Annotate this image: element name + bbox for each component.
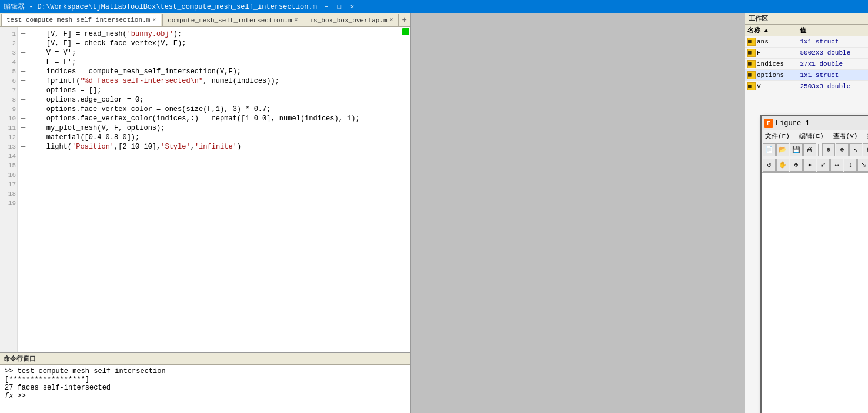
fig-tb-pan[interactable]: ✋ [776,159,789,172]
title-bar: 编辑器 - D:\Workspace\tjMatlabToolBox\test_… [0,0,868,13]
tab-label-3: is_box_box_overlap.m [310,17,388,24]
cmd-prompt: fx >> [5,392,406,400]
ws-cell-options-value: 1x1 struct [797,70,868,81]
code-line-19: — light('Position',[2 10 10],'Style','in… [21,142,407,152]
ws-cell-F-name: ▦F [745,48,797,59]
title-bar-text: 编辑器 - D:\Workspace\tjMatlabToolBox\test_… [4,2,317,12]
cmd-line-3: 27 faces self-intersected [5,384,406,392]
code-line-4: — F = F'; [21,58,407,67]
cmd-line-1: >> test_compute_mesh_self_intersection [5,367,406,375]
tab-close-2[interactable]: × [295,17,298,23]
ws-icon-ans: ▦ [747,38,756,46]
code-line-5: — indices = compute_mesh_self_intersecti… [21,67,407,76]
figure-menubar: 文件(F) 编辑(E) 查看(V) 插入(I) 工具(T) 桌面(D) 窗口(W… [762,130,868,142]
dash-2: — [21,39,29,48]
code-line-8: — fprintf("%d faces self-intersected\n",… [21,76,407,86]
code-line-2: — [V, F] = check_face_vertex(V, F); [21,39,407,48]
tab-label-1: test_compute_mesh_self_intersection.m [6,16,150,23]
code-line-13: — options.face_vertex_color(indices,:) =… [21,114,407,123]
code-line-12: — options.face_vertex_color = ones(size(… [21,105,407,114]
dash-4: — [21,58,29,67]
figure-menu-insert[interactable]: 插入(I) [864,132,868,140]
figure-title-bar: F Figure 1 − □ × [762,116,868,130]
ws-col-name: 名称 ▲ [745,25,797,36]
code-line-3: — V = V'; [21,48,407,58]
tab-compute[interactable]: compute_mesh_self_intersection.m × [162,14,303,26]
ws-row-ans[interactable]: ▦ans 1x1 struct [745,36,868,48]
ws-row-indices[interactable]: ▦indices 27x1 double [745,59,868,70]
tab-is-box[interactable]: is_box_box_overlap.m × [305,14,399,26]
dash-8: — [21,76,29,86]
fig-tb-select[interactable]: ⊕ [790,159,803,172]
tab-add-button[interactable]: + [399,14,410,26]
code-area[interactable]: 12345 678910 1112131415 16171819 — [V, F… [0,27,410,352]
workspace-title: 工作区 [749,14,768,23]
cmd-line-2: [******************] [5,375,406,384]
command-content[interactable]: >> test_compute_mesh_self_intersection [… [0,365,410,413]
ws-icon-V: ▦ [747,82,756,90]
fig-tb-rotate[interactable]: ↺ [763,159,776,172]
code-editor: 12345 678910 1112131415 16171819 — [V, F… [0,27,410,352]
fig-tb-cursor[interactable]: ↖ [849,143,862,156]
toolbar-sep-1 [818,144,820,156]
tab-close-1[interactable]: × [152,17,156,23]
tab-close-3[interactable]: × [390,17,393,23]
workspace-variables-table: 名称 ▲ 值 ▦ans 1x1 struct ▦F [745,25,868,92]
figure-toolbar-1: 📄 📂 💾 🖨 ⊕ ⊖ ↖ ▦ [762,142,868,157]
fig-tb-print[interactable]: 🖨 [803,143,816,156]
dash-11: — [21,95,29,105]
ws-icon-indices: ▦ [747,60,756,68]
ws-cell-ans-name: ▦ans [745,36,797,48]
command-section-label: 命令行窗口 [0,353,410,365]
figure-menu-edit[interactable]: 编辑(E) [797,132,826,140]
code-line-18: — material([0.4 0.8 0]); [21,133,407,142]
code-line-10: — options = []; [21,86,407,95]
fig-tb-zoom-in[interactable]: ⊕ [822,143,835,156]
code-content[interactable]: — [V, F] = read_mesh('bunny.obj'); — [V,… [18,27,410,352]
command-window: 命令行窗口 >> test_compute_mesh_self_intersec… [0,352,410,413]
ws-cell-indices-value: 27x1 double [797,59,868,70]
fig-tb-zoom-out[interactable]: ⊖ [836,143,849,156]
run-indicator [402,28,409,35]
ws-cell-options-name: ▦options [745,70,797,81]
ws-cell-ans-value: 1x1 struct [797,36,868,48]
minimize-button[interactable]: − [321,1,332,12]
close-button[interactable]: × [346,1,358,12]
tab-test-compute[interactable]: test_compute_mesh_self_intersection.m × [1,14,161,26]
main-container: test_compute_mesh_self_intersection.m × … [0,13,868,413]
ws-icon-options: ▦ [747,71,756,79]
figure-menu-file[interactable]: 文件(F) [763,132,792,140]
code-line-11: — options.edge_color = 0; [21,95,407,105]
figure-icon: F [764,119,773,128]
dash-1: — [21,29,29,39]
fig-tb-pan3[interactable]: ↕ [844,159,857,172]
maximize-button[interactable]: □ [333,1,345,12]
tab-label-2: compute_mesh_self_intersection.m [168,17,292,24]
dash-12: — [21,105,29,114]
line-numbers: 12345 678910 1112131415 16171819 [0,27,18,352]
ws-row-options[interactable]: ▦options 1x1 struct [745,70,868,81]
center-space: F Figure 1 − □ × 文件(F) 编辑(E) 查看(V) 插入(I)… [411,13,745,413]
tab-bar: test_compute_mesh_self_intersection.m × … [0,13,410,27]
ws-row-V[interactable]: ▦V 2503x3 double [745,81,868,92]
fig-tb-lasso[interactable]: ⤢ [817,159,830,172]
fig-tb-pan2[interactable]: ↔ [830,159,843,172]
fig-tb-grid[interactable]: ▦ [863,143,868,156]
fig-tb-brush[interactable]: ✦ [803,159,816,172]
ws-col-value: 值 [797,25,868,36]
fig-tb-save[interactable]: 💾 [790,143,803,156]
figure-canvas [762,173,868,413]
figure-menu-view[interactable]: 查看(V) [831,132,860,140]
dash-3: — [21,48,29,58]
dash-5: — [21,67,29,76]
dash-17: — [21,123,29,133]
svg-rect-0 [796,190,868,408]
fig-tb-open[interactable]: 📂 [776,143,789,156]
fig-tb-rotate3d[interactable]: ⤡ [857,159,868,172]
dash-13: — [21,114,29,123]
figure-toolbar-2: ↺ ✋ ⊕ ✦ ⤢ ↔ ↕ ⤡ ↩ ↪ 💡 ⊞ ⊡ ⚙ ⬛ [762,157,868,173]
editor-area: test_compute_mesh_self_intersection.m × … [0,13,411,413]
ws-cell-V-name: ▦V [745,81,797,92]
fig-tb-new[interactable]: 📄 [763,143,776,156]
ws-row-F[interactable]: ▦F 5002x3 double [745,48,868,59]
